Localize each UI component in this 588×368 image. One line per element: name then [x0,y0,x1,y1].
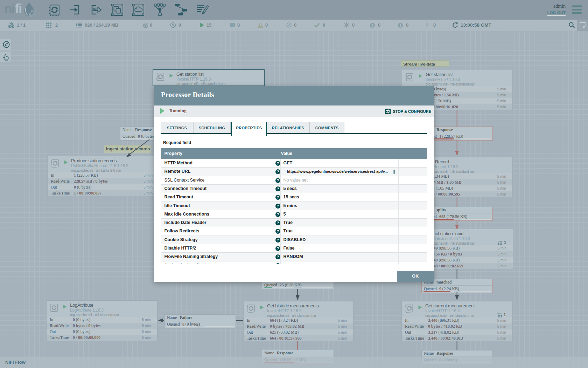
svg-text:?: ? [276,255,279,259]
svg-text:?: ? [276,204,279,208]
svg-text:?: ? [276,230,279,233]
svg-text:?: ? [276,221,279,225]
svg-text:?: ? [276,247,279,251]
svg-text:?: ? [276,238,279,242]
svg-text:?: ? [276,170,279,174]
svg-text:?: ? [276,212,279,216]
svg-text:?: ? [276,196,279,199]
svg-text:?: ? [276,162,279,165]
svg-text:?: ? [276,264,279,264]
svg-text:?: ? [276,187,279,191]
svg-text:?: ? [276,178,279,182]
